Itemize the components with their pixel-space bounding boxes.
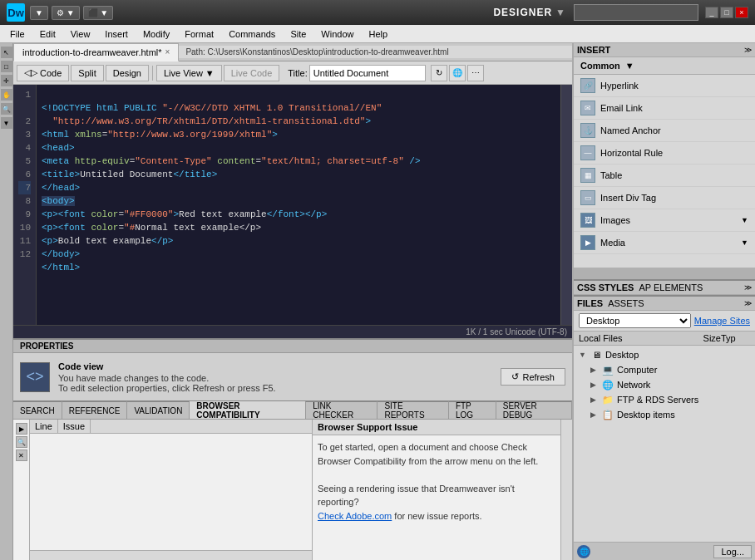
css-tab-label[interactable]: CSS STYLES	[577, 282, 634, 292]
live-view-btn[interactable]: Live View ▼	[156, 65, 222, 81]
editor-scrollbar[interactable]	[560, 85, 572, 325]
menu-window[interactable]: Window	[314, 27, 360, 41]
doc-tab-active[interactable]: introduction-to-dreamweaver.html* ×	[13, 43, 179, 61]
tree-network[interactable]: ▶ 🌐 Network	[587, 377, 753, 392]
media-dropdown-icon[interactable]: ▼	[741, 238, 748, 247]
desktop-expand-icon[interactable]: ▼	[579, 351, 587, 359]
bottom-list-tools: ▶ 🔍 ✕	[13, 420, 30, 560]
ftp-expand-icon[interactable]: ▶	[590, 395, 599, 404]
menu-site[interactable]: Site	[284, 27, 313, 41]
bottom-tool-search[interactable]: 🔍	[16, 436, 27, 448]
manage-sites-link[interactable]: Manage Sites	[694, 316, 750, 326]
title-input[interactable]	[309, 65, 426, 81]
menu-view[interactable]: View	[64, 27, 97, 41]
file-menu-btn[interactable]: ▼	[30, 6, 48, 20]
desktop-icon: 🖥	[590, 349, 603, 361]
tree-ftp[interactable]: ▶ 📁 FTP & RDS Servers	[587, 392, 753, 407]
bottom-status-icon[interactable]: 🌐	[577, 545, 590, 558]
network-expand-icon[interactable]: ▶	[590, 381, 599, 389]
bottom-status-bar: 🌐 Log...	[574, 542, 755, 560]
search-input[interactable]	[574, 4, 698, 21]
doc-tab-close[interactable]: ×	[165, 47, 170, 56]
tab-ftp-log[interactable]: FTP LOG	[449, 401, 496, 420]
tool-magnify[interactable]: ✛	[1, 75, 12, 86]
ftp-label: FTP & RDS Servers	[617, 395, 698, 405]
center-area: introduction-to-dreamweaver.html* × Path…	[13, 43, 572, 560]
insert-email-link[interactable]: ✉ Email Link	[574, 97, 755, 120]
tab-link-checker[interactable]: LINK CHECKER	[306, 401, 378, 420]
tab-validation[interactable]: VALIDATION	[127, 401, 190, 420]
insert-dropdown-chevron[interactable]: ▼	[625, 61, 634, 71]
close-btn[interactable]: ×	[735, 7, 748, 18]
insert-scrollbar[interactable]	[574, 268, 755, 279]
insert-table[interactable]: ▦ Table	[574, 165, 755, 187]
restore-btn[interactable]: □	[720, 7, 733, 18]
bottom-tool-clear[interactable]: ✕	[16, 449, 27, 461]
bottom-list-scrollbar[interactable]	[30, 550, 312, 560]
files-expand-btn[interactable]: ≫	[744, 299, 752, 307]
css-expand-btn[interactable]: ≫	[744, 283, 752, 292]
refresh-button[interactable]: ↺ Refresh	[501, 368, 565, 386]
insert-images[interactable]: 🖼 Images ▼	[574, 209, 755, 232]
files-tab-label[interactable]: FILES	[577, 298, 603, 308]
network-icon: 🌐	[601, 379, 614, 391]
tab-browser-compat[interactable]: BROWSER COMPATIBILITY	[190, 401, 306, 420]
settings-btn[interactable]: ⚙ ▼	[52, 6, 80, 20]
check-adobe-link[interactable]: Check Adobe.com	[318, 511, 392, 521]
tree-desktop[interactable]: ▼ 🖥 Desktop	[575, 347, 753, 362]
files-location-select[interactable]: Desktop	[579, 313, 691, 328]
status-bar: 1K / 1 sec Unicode (UTF-8)	[13, 325, 572, 338]
insert-div-tag[interactable]: ▭ Insert Div Tag	[574, 187, 755, 209]
computer-icon: 💻	[601, 364, 614, 376]
properties-header: PROPERTIES	[13, 340, 572, 353]
editor-toolbar: ◁▷ Code Split Design Live View ▼ Live Co…	[13, 61, 572, 85]
extra-btn[interactable]: ⬛ ▼	[83, 6, 114, 20]
code-content[interactable]: <!DOCTYPE html PUBLIC "-//W3C//DTD XHTML…	[37, 85, 560, 325]
code-view-desc-1: You have made changes to the code.	[58, 373, 276, 383]
insert-media[interactable]: ▶ Media ▼	[574, 232, 755, 254]
tool-hand[interactable]: ✋	[1, 89, 12, 101]
menu-commands[interactable]: Commands	[222, 27, 282, 41]
live-code-btn[interactable]: Live Code	[224, 65, 280, 81]
insert-expand-btn[interactable]: ≫	[744, 46, 752, 54]
properties-panel: PROPERTIES <> Code view You have made ch…	[13, 338, 572, 400]
computer-expand-icon[interactable]: ▶	[590, 366, 599, 374]
insert-hyperlink[interactable]: 🔗 Hyperlink	[574, 75, 755, 97]
tab-site-reports[interactable]: SITE REPORTS	[378, 401, 448, 420]
split-btn[interactable]: Split	[71, 65, 103, 81]
menu-modify[interactable]: Modify	[136, 27, 176, 41]
insert-header: Common ▼	[574, 57, 755, 75]
menu-file[interactable]: File	[3, 27, 32, 41]
tree-desktop-items[interactable]: ▶ 📋 Desktop items	[587, 407, 753, 422]
tool-arrow[interactable]: ↖	[1, 47, 12, 58]
menu-format[interactable]: Format	[178, 27, 220, 41]
log-button[interactable]: Log...	[713, 545, 752, 558]
bottom-tool-arrow[interactable]: ▶	[16, 423, 27, 435]
tool-select[interactable]: □	[1, 61, 12, 72]
images-dropdown-icon[interactable]: ▼	[741, 216, 748, 224]
app-dropdown-icon[interactable]: ▼	[555, 7, 565, 18]
more-options-btn[interactable]: ⋯	[467, 65, 484, 81]
minimize-btn[interactable]: _	[705, 7, 718, 18]
preview-btn[interactable]: 🌐	[449, 65, 466, 81]
code-brackets-icon: <>	[26, 368, 43, 386]
desktop-items-expand-icon[interactable]: ▶	[590, 410, 599, 419]
insert-named-anchor[interactable]: ⚓ Named Anchor	[574, 120, 755, 142]
insert-horizontal-rule[interactable]: — Horizontal Rule	[574, 142, 755, 165]
tab-reference[interactable]: REFERENCE	[62, 401, 128, 420]
menu-insert[interactable]: Insert	[98, 27, 135, 41]
design-btn[interactable]: Design	[106, 65, 149, 81]
tool-more[interactable]: ▼	[1, 117, 12, 129]
assets-tab-label[interactable]: ASSETS	[603, 298, 649, 308]
bottom-right-scrollbar[interactable]	[560, 420, 572, 560]
ap-tab-label[interactable]: AP ELEMENTS	[634, 282, 708, 292]
tool-zoom[interactable]: 🔍	[1, 103, 12, 115]
desktop-label: Desktop	[605, 350, 639, 360]
tab-server-debug[interactable]: SERVER DEBUG	[496, 401, 572, 420]
tab-search[interactable]: SEARCH	[13, 401, 62, 420]
code-btn[interactable]: ◁▷ Code	[17, 65, 69, 81]
refresh-icon-btn[interactable]: ↻	[431, 65, 447, 81]
menu-edit[interactable]: Edit	[33, 27, 62, 41]
menu-help[interactable]: Help	[362, 27, 394, 41]
tree-computer[interactable]: ▶ 💻 Computer	[587, 362, 753, 377]
